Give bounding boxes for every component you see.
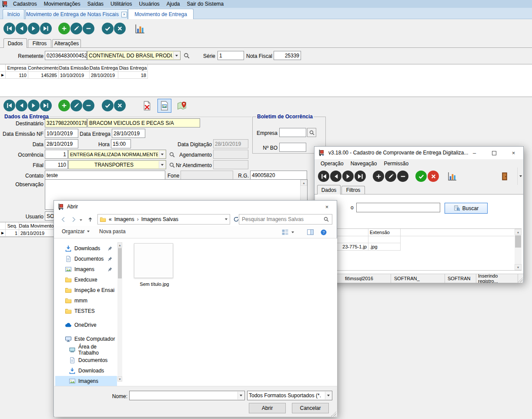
- ocorrencia-desc-combo[interactable]: ENTREGA REALIZADA NORMALMENTE: [68, 150, 166, 159]
- sidebar-item-mmm[interactable]: mmm: [55, 295, 117, 306]
- delivery-confirm-button[interactable]: [102, 100, 114, 111]
- delivery-nav-first-button[interactable]: [3, 100, 15, 111]
- address-dropdown-button[interactable]: [223, 215, 230, 224]
- destinatario-name-field[interactable]: BRACOM VEICULOS E PECAS S/A: [87, 118, 200, 127]
- ocorrencia-search-button[interactable]: [167, 150, 176, 159]
- delivery-nav-next-button[interactable]: [28, 100, 40, 111]
- menu-cadastros[interactable]: Cadastros: [10, 0, 40, 7]
- menu-saidas[interactable]: Saídas: [84, 0, 107, 7]
- cancel-button[interactable]: [114, 23, 126, 34]
- column-header-data-movimento[interactable]: Data Movimento: [19, 222, 54, 230]
- menu-utilitarios[interactable]: Utilitários: [107, 0, 135, 7]
- cpr-nav-last-button[interactable]: [355, 171, 366, 182]
- cpr-edit-button[interactable]: [385, 171, 396, 182]
- delivery-edit-button[interactable]: [70, 100, 82, 111]
- column-header-data-emissao[interactable]: Data Emissão: [59, 64, 90, 72]
- sidebar-item-este-computador[interactable]: Este Computador: [55, 334, 117, 344]
- help-button[interactable]: [319, 228, 328, 236]
- sidebar-item-onedrive[interactable]: OneDrive: [55, 320, 117, 330]
- cpr-search-field[interactable]: [356, 203, 440, 212]
- subtab-dados[interactable]: Dados: [3, 38, 27, 48]
- ocorrencia-code-field[interactable]: 1: [45, 150, 68, 159]
- delivery-nav-last-button[interactable]: [40, 100, 52, 111]
- subtab-alteracoes[interactable]: Alterações: [52, 39, 81, 47]
- up-button[interactable]: [85, 215, 95, 224]
- delivery-nav-prev-button[interactable]: [16, 100, 27, 111]
- column-header-extensao[interactable]: Extensão: [368, 229, 401, 236]
- add-button[interactable]: [58, 23, 70, 34]
- tab-close-button[interactable]: ×: [121, 12, 127, 17]
- destinatario-code-field[interactable]: 32179822000178: [45, 118, 87, 127]
- close-button[interactable]: ×: [317, 201, 337, 213]
- back-button[interactable]: [58, 215, 68, 224]
- toolbar-overflow-button[interactable]: [517, 168, 523, 185]
- delivery-add-button[interactable]: [58, 100, 70, 111]
- remetente-combo-arrow-icon[interactable]: [173, 52, 180, 59]
- abrir-button[interactable]: Abrir: [249, 403, 286, 413]
- cancelar-button[interactable]: Cancelar: [292, 403, 329, 413]
- data-entrega-field[interactable]: 28/10/2019: [112, 129, 145, 138]
- delivery-delete-button[interactable]: [83, 100, 94, 111]
- column-header-empresa[interactable]: Empresa: [6, 64, 28, 72]
- nova-pasta-button[interactable]: Nova pasta: [99, 228, 126, 235]
- menu-navegacao[interactable]: Navegação: [347, 160, 381, 167]
- search-input[interactable]: [239, 216, 323, 222]
- buscar-button[interactable]: Buscar: [445, 203, 488, 214]
- bo-empresa-search-button[interactable]: [307, 128, 316, 137]
- remetente-desc-combo[interactable]: CONTINENTAL DO BRASIL PRODUTOS A: [87, 51, 181, 60]
- breadcrumb-prefix[interactable]: «: [109, 216, 112, 222]
- exit-button[interactable]: [499, 171, 510, 182]
- pin-icon[interactable]: [107, 246, 113, 251]
- cpr-tab-filtros[interactable]: Filtros: [341, 186, 365, 194]
- maximize-button[interactable]: [484, 147, 504, 159]
- column-header-conhecimento[interactable]: Conhecimento: [28, 64, 59, 72]
- column-header-data-entrega[interactable]: Data Entrega: [90, 64, 118, 72]
- filename-combo[interactable]: [129, 391, 245, 400]
- contato-field[interactable]: teste: [45, 171, 165, 180]
- edit-button[interactable]: [70, 23, 82, 34]
- cancel-occurrence-button[interactable]: [140, 99, 154, 113]
- serie-field[interactable]: 1: [217, 51, 244, 60]
- column-header-seq[interactable]: Seq.: [6, 222, 19, 230]
- resize-grip[interactable]: [331, 411, 336, 416]
- nav-last-button[interactable]: [40, 23, 52, 34]
- tab-movimento-entrega[interactable]: Movimento de Entrega: [128, 9, 194, 19]
- filetype-combo[interactable]: Todos Formatos Suportados (*.: [247, 391, 332, 400]
- column-header-dias-entrega[interactable]: Dias Entrega: [118, 64, 148, 72]
- bo-empresa-field[interactable]: [279, 128, 306, 137]
- recent-locations-button[interactable]: [78, 218, 84, 222]
- filial-combo-arrow-icon[interactable]: [159, 161, 165, 168]
- breadcrumb-imagens-salvas[interactable]: Imagens Salvas: [141, 216, 178, 222]
- search-icon[interactable]: [323, 216, 329, 222]
- nav-first-button[interactable]: [3, 23, 15, 34]
- cpr-nav-first-button[interactable]: [318, 171, 329, 182]
- cpr-add-button[interactable]: [373, 171, 384, 182]
- sidebar-item-imagens-selected[interactable]: Imagens: [55, 376, 117, 386]
- sidebar-scrollbar[interactable]: ▲ ▼: [117, 242, 122, 382]
- scroll-thumb[interactable]: [118, 248, 122, 278]
- sidebar-item-area-de-trabalho[interactable]: Área de Trabalho: [55, 345, 117, 355]
- chart-button[interactable]: [132, 21, 148, 37]
- scroll-down-icon[interactable]: ▼: [515, 264, 522, 270]
- delivery-cancel-button[interactable]: [114, 100, 126, 111]
- menu-movimentacoes[interactable]: Movimentações: [40, 0, 84, 7]
- sidebar-item-testes[interactable]: TESTES: [55, 306, 117, 316]
- scroll-up-icon[interactable]: ▲: [301, 180, 307, 186]
- menu-sair[interactable]: Sair do Sistema: [184, 0, 228, 7]
- filename-combo-arrow-icon[interactable]: [238, 392, 244, 399]
- dialog-titlebar[interactable]: Abrir ×: [54, 201, 337, 213]
- subtab-filtros[interactable]: Filtros: [28, 39, 51, 47]
- scroll-down-icon[interactable]: ▼: [117, 376, 122, 382]
- nota-fiscal-field[interactable]: 25339: [274, 51, 301, 60]
- tab-movimento-notas[interactable]: Movimento de Entrega de Notas Fiscais ×: [25, 9, 128, 19]
- cpr-confirm-button[interactable]: [415, 171, 427, 182]
- views-button[interactable]: [280, 228, 290, 236]
- remetente-code-field[interactable]: 02036483000452: [45, 51, 87, 60]
- nav-next-button[interactable]: [28, 23, 40, 34]
- resize-grip[interactable]: [518, 277, 523, 282]
- sidebar-item-downloads-2[interactable]: Downloads: [55, 365, 117, 376]
- sidebar-item-imagens[interactable]: Imagens: [55, 264, 117, 275]
- comprovante-button[interactable]: [157, 99, 171, 113]
- views-dropdown-button[interactable]: [290, 230, 295, 235]
- menu-ajuda[interactable]: Ajuda: [163, 0, 184, 7]
